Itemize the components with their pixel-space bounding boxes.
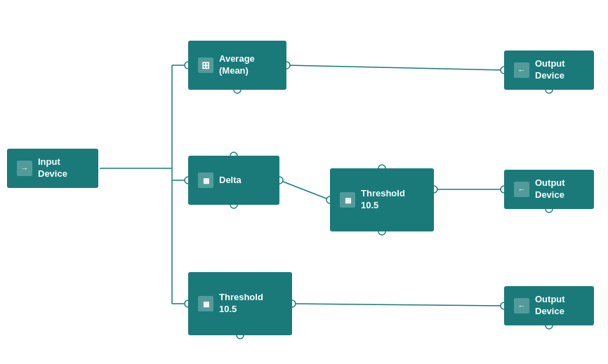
flow-canvas: → Input Device ⊞ Average (Mean) ▦ Delta … [0,0,608,364]
output-device-2-node[interactable]: ← Output Device [504,170,594,209]
output-device-1-node[interactable]: ← Output Device [504,50,594,90]
output2-icon: ← [514,182,529,197]
average-label: Average (Mean) [219,53,255,77]
input-device-node[interactable]: → Input Device [7,149,98,188]
output1-label: Output Device [535,58,565,82]
svg-line-14 [292,304,504,306]
svg-line-5 [286,65,504,70]
delta-node[interactable]: ▦ Delta [188,156,279,205]
input-device-label: Input Device [38,156,67,180]
threshold1-node[interactable]: ▦ Threshold 10.5 [330,168,434,231]
threshold1-label: Threshold 10.5 [361,188,405,212]
threshold2-label: Threshold 10.5 [219,292,263,316]
svg-line-8 [279,180,330,200]
threshold2-node[interactable]: ▦ Threshold 10.5 [188,272,292,335]
average-icon: ⊞ [198,58,213,73]
output3-label: Output Device [535,294,565,318]
average-mean-node[interactable]: ⊞ Average (Mean) [188,41,286,90]
delta-label: Delta [219,175,242,187]
input-device-icon: → [17,161,32,176]
output-device-3-node[interactable]: ← Output Device [504,286,594,325]
threshold1-icon: ▦ [340,192,355,208]
output2-label: Output Device [535,177,565,201]
output1-icon: ← [514,62,529,78]
delta-icon: ▦ [198,173,213,188]
output3-icon: ← [514,298,529,314]
threshold2-icon: ▦ [198,296,213,311]
